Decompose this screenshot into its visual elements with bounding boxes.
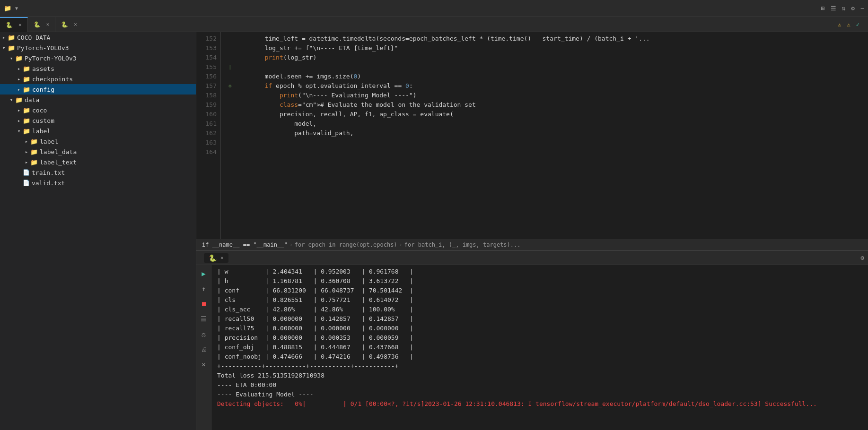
minus-icon[interactable]: − xyxy=(860,5,864,12)
tree-label: train.txt xyxy=(32,169,65,176)
tab-train-py[interactable]: 🐍 ✕ xyxy=(0,17,28,32)
tree-item-data[interactable]: ▾ 📁 data xyxy=(0,95,196,105)
tab-json2yolo-py[interactable]: 🐍 ✕ xyxy=(55,17,83,32)
tree-arrow: ▸ xyxy=(15,66,23,72)
line-numbers: 152153154155156157158159160161162163164 xyxy=(196,32,221,239)
line-num-164: 164 xyxy=(196,147,217,157)
run-side-icons: ▶ ↑ ⏹ ☰ ⚖ 🖨 ✕ xyxy=(196,265,211,430)
project-label[interactable]: 📁 ▼ xyxy=(4,5,18,12)
code-line-163: model, xyxy=(228,119,868,129)
tree-label: label xyxy=(32,128,51,135)
tree-arrow: ▸ xyxy=(15,118,23,124)
code-line-153: log_str += f"\n---- ETA {time_left}" xyxy=(228,43,868,53)
tree-item-COCO-DATA[interactable]: ▸ 📁 COCO-DATA xyxy=(0,32,196,43)
line-num-159: 159 xyxy=(196,100,217,110)
folder-icon: 📁 xyxy=(30,148,38,155)
tab-datasets-py[interactable]: 🐍 ✕ xyxy=(28,17,56,32)
line-num-152: 152 xyxy=(196,34,217,43)
tree-arrow: ▾ xyxy=(15,128,23,134)
run-list-icon[interactable]: ☰ xyxy=(198,313,210,325)
console-line-6: | recall75 | 0.000000 | 0.000000 | 0.000… xyxy=(217,324,862,333)
tree-item-custom[interactable]: ▸ 📁 custom xyxy=(0,115,196,126)
console-line-14: ---- Evaluating Model ---- xyxy=(217,390,862,399)
sort-icon[interactable]: ⇅ xyxy=(842,5,846,12)
breadcrumb-sep-2: › xyxy=(399,241,403,248)
dropdown-arrow: ▼ xyxy=(15,6,18,11)
list-icon[interactable]: ☰ xyxy=(831,5,836,12)
folder-icon: 📁 xyxy=(4,5,11,12)
top-bar-icons: ⊞ ☰ ⇅ ⚙ − xyxy=(821,5,864,12)
tree-item-label_data[interactable]: ▸ 📁 label_data xyxy=(0,146,196,157)
py-icon: 🐍 xyxy=(6,22,13,28)
code-text: time_left = datetime.timedelta(seconds=e… xyxy=(235,34,650,43)
run-filter-icon[interactable]: ⚖ xyxy=(198,328,210,340)
file-icon: 📄 xyxy=(23,180,30,186)
run-stop-icon[interactable]: ⏹ xyxy=(198,298,210,310)
console-line-12: ---- ETA 0:00:00 xyxy=(217,380,862,390)
close-tab-datasets-py[interactable]: ✕ xyxy=(46,21,50,27)
line-marker: ◇ xyxy=(228,81,235,91)
tree-label: data xyxy=(25,96,39,103)
tree-item-train.txt[interactable]: 📄 train.txt xyxy=(0,167,196,178)
tree-label: coco xyxy=(32,107,47,114)
run-console-output[interactable]: | w | 2.404341 | 0.952003 | 0.961768 || … xyxy=(211,265,868,430)
console-line-5: | recall50 | 0.000000 | 0.142857 | 0.142… xyxy=(217,314,862,324)
console-line-7: | precision | 0.000000 | 0.000353 | 0.00… xyxy=(217,333,862,343)
tree-label: PyTorch-YOLOv3 xyxy=(25,55,77,62)
tree-arrow: ▸ xyxy=(23,138,30,145)
tree-item-checkpoints[interactable]: ▸ 📁 checkpoints xyxy=(0,74,196,84)
run-play-icon[interactable]: ▶ xyxy=(198,268,210,279)
tree-item-label[interactable]: ▾ 📁 label xyxy=(0,126,196,136)
breadcrumb-part-2: for epoch in range(opt.epochs) xyxy=(295,241,397,248)
close-tab-json2yolo-py[interactable]: ✕ xyxy=(74,21,77,27)
code-text: if epoch % opt.evaluation_interval == 0: xyxy=(235,81,413,91)
tree-item-label[interactable]: ▸ 📁 label xyxy=(0,136,196,146)
tree-item-label_text[interactable]: ▸ 📁 label_text xyxy=(0,157,196,167)
line-num-161: 161 xyxy=(196,119,217,129)
code-line-152: time_left = datetime.timedelta(seconds=e… xyxy=(228,34,868,43)
code-content[interactable]: time_left = datetime.timedelta(seconds=e… xyxy=(221,32,868,239)
file-tree: ▸ 📁 COCO-DATA ▾ 📁 PyTorch-YOLOv3 ▾ 📁 PyT… xyxy=(0,32,196,188)
run-header: 🐍 ✕ ⚙ xyxy=(196,251,868,265)
tree-label: label_text xyxy=(40,159,77,166)
tree-label: label xyxy=(40,138,58,145)
tree-item-PyTorch-YOLOv3[interactable]: ▾ 📁 PyTorch-YOLOv3 xyxy=(0,43,196,53)
line-num-162: 162 xyxy=(196,129,217,138)
code-line-159: ◇ if epoch % opt.evaluation_interval == … xyxy=(228,81,868,91)
tree-item-valid.txt[interactable]: 📄 valid.txt xyxy=(0,178,196,188)
tree-arrow: ▸ xyxy=(15,76,23,82)
code-line-155: print(log_str) xyxy=(228,53,868,62)
settings-icon[interactable]: ⚙ xyxy=(851,5,855,12)
close-tab-train-py[interactable]: ✕ xyxy=(18,22,22,28)
tree-item-config[interactable]: ▸ 📁 config xyxy=(0,84,196,95)
tree-arrow: ▸ xyxy=(23,159,30,165)
console-line-15: Detecting objects: 0%| | 0/1 [00:00<?, ?… xyxy=(217,399,862,409)
tree-item-PyTorch-YOLOv3[interactable]: ▾ 📁 PyTorch-YOLOv3 xyxy=(0,53,196,63)
console-line-4: | cls_acc | 42.86% | 42.86% | 100.00% | xyxy=(217,305,862,314)
close-run-tab[interactable]: ✕ xyxy=(220,255,224,261)
tree-arrow: ▾ xyxy=(8,55,15,61)
code-line-164: path=valid_path, xyxy=(228,129,868,138)
line-num-155: 155 xyxy=(196,62,217,72)
breadcrumb-sep-1: › xyxy=(289,241,293,248)
folder-icon: 📁 xyxy=(15,55,23,62)
code-line-162: precision, recall, AP, f1, ap_class = ev… xyxy=(228,110,868,119)
run-scroll-up-icon[interactable]: ↑ xyxy=(198,283,210,294)
run-clear-icon[interactable]: ✕ xyxy=(198,359,210,370)
folder-icon: 📁 xyxy=(30,138,38,145)
py-icon: 🐍 xyxy=(61,21,68,28)
layout-icon[interactable]: ⊞ xyxy=(821,5,825,12)
code-text: model, xyxy=(235,119,316,129)
folder-icon: 📁 xyxy=(15,96,23,103)
console-line-2: | conf | 66.831200 | 66.048737 | 70.5014… xyxy=(217,286,862,295)
folder-icon: 📁 xyxy=(23,117,30,124)
tree-item-coco[interactable]: ▸ 📁 coco xyxy=(0,105,196,115)
run-print-icon[interactable]: 🖨 xyxy=(198,344,210,355)
run-tab-train[interactable]: 🐍 ✕ xyxy=(204,253,228,263)
tree-item-assets[interactable]: ▸ 📁 assets xyxy=(0,63,196,74)
console-line-1: | h | 1.168781 | 0.360708 | 3.613722 | xyxy=(217,276,862,286)
code-text: log_str += f"\n---- ETA {time_left}" xyxy=(235,43,398,53)
breadcrumb-part-3: for batch_i, (_, imgs, targets)... xyxy=(404,241,521,248)
tree-arrow: ▾ xyxy=(8,97,15,103)
run-settings-icon[interactable]: ⚙ xyxy=(860,254,864,261)
